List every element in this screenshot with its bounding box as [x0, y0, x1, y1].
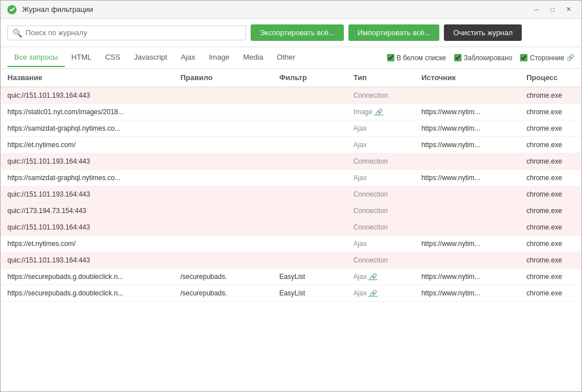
blocked-label: Заблокировано	[464, 54, 513, 62]
tab-css[interactable]: CSS	[98, 48, 127, 67]
filter-checkboxes: В белом списке Заблокировано Сторонние 🔗	[387, 54, 575, 62]
minimize-button[interactable]: ─	[529, 4, 544, 15]
cell-rule	[173, 203, 272, 219]
cell-rule	[173, 252, 272, 269]
table-row[interactable]: https://securepubads.g.doubleclick.n.../…	[1, 269, 581, 285]
table-header-row: Название Правило Фильтр Тип Источник Про…	[1, 69, 581, 87]
cell-source	[414, 219, 519, 236]
table-row[interactable]: https://samizdat-graphql.nytimes.co...Aj…	[1, 170, 581, 186]
cell-process: chrome.exe	[519, 236, 581, 252]
whitelist-label: В белом списке	[397, 54, 446, 62]
third-party-checkbox-item[interactable]: Сторонние 🔗	[520, 54, 575, 62]
tab-javascript[interactable]: Javascript	[127, 48, 174, 67]
main-window: Журнал фильтрации ─ □ ✕ 🔍 Экспортировать…	[0, 0, 582, 392]
cell-source: https://www.nytim...	[414, 104, 519, 120]
col-header-name: Название	[1, 69, 173, 87]
cell-name: quic://151.101.193.164:443	[1, 153, 173, 170]
cell-process: chrome.exe	[519, 285, 581, 302]
col-header-rule: Правило	[173, 69, 272, 87]
cell-process: chrome.exe	[519, 104, 581, 120]
cell-process: chrome.exe	[519, 87, 581, 104]
cell-rule	[173, 236, 272, 252]
table-row[interactable]: https://et.nytimes.com/Ajaxhttps://www.n…	[1, 236, 581, 252]
cell-source: https://www.nytim...	[414, 285, 519, 302]
cell-name: https://securepubads.g.doubleclick.n...	[1, 269, 173, 285]
tab-media[interactable]: Media	[236, 48, 270, 67]
col-header-source: Источник	[414, 69, 519, 87]
col-header-type: Тип	[347, 69, 415, 87]
cell-filter	[272, 236, 346, 252]
maximize-button[interactable]: □	[545, 4, 560, 15]
table-row[interactable]: quic://151.101.193.164:443Connectionchro…	[1, 219, 581, 236]
import-button[interactable]: Импортировать всё...	[348, 24, 440, 41]
title-bar: Журнал фильтрации ─ □ ✕	[1, 1, 581, 19]
type-link-icon[interactable]: 🔗	[368, 290, 377, 297]
third-party-link-icon[interactable]: 🔗	[567, 54, 575, 61]
col-header-filter: Фильтр	[272, 69, 346, 87]
cell-type: Connection	[347, 186, 415, 203]
tab-ajax[interactable]: Ajax	[174, 48, 202, 67]
tab-image[interactable]: Image	[202, 48, 236, 67]
tab-html[interactable]: HTML	[65, 48, 98, 67]
cell-source	[414, 203, 519, 219]
cell-name: https://et.nytimes.com/	[1, 236, 173, 252]
cell-type: Connection	[347, 252, 415, 269]
cell-name: quic://151.101.193.164:443	[1, 87, 173, 104]
whitelist-checkbox-item[interactable]: В белом списке	[387, 54, 446, 62]
window-controls: ─ □ ✕	[529, 4, 576, 15]
cell-name: https://static01.nyt.com/images/2018...	[1, 104, 173, 120]
cell-rule	[173, 104, 272, 120]
cell-type: Ajax 🔗	[347, 285, 415, 302]
blocked-checkbox[interactable]	[454, 54, 462, 61]
tab-all[interactable]: Все запросы	[7, 48, 65, 67]
table-row[interactable]: quic://173.194.73.154:443Connectionchrom…	[1, 203, 581, 219]
log-table-wrapper[interactable]: Название Правило Фильтр Тип Источник Про…	[1, 69, 581, 391]
app-logo	[6, 4, 18, 15]
table-row[interactable]: quic://151.101.193.164:443Connectionchro…	[1, 153, 581, 170]
cell-rule: /securepubads.	[173, 285, 272, 302]
cell-rule	[173, 87, 272, 104]
cell-filter	[272, 170, 346, 186]
cell-name: quic://151.101.193.164:443	[1, 186, 173, 203]
close-button[interactable]: ✕	[561, 4, 576, 15]
cell-type: Connection	[347, 219, 415, 236]
cell-filter	[272, 186, 346, 203]
search-input[interactable]	[26, 28, 241, 37]
blocked-checkbox-item[interactable]: Заблокировано	[454, 54, 513, 62]
cell-rule	[173, 186, 272, 203]
cell-filter	[272, 87, 346, 104]
type-link-icon[interactable]: 🔗	[373, 109, 383, 115]
cell-source	[414, 186, 519, 203]
third-party-label: Сторонние	[530, 54, 564, 62]
whitelist-checkbox[interactable]	[387, 54, 394, 61]
table-row[interactable]: quic://151.101.193.164:443Connectionchro…	[1, 252, 581, 269]
log-table: Название Правило Фильтр Тип Источник Про…	[1, 69, 581, 302]
cell-filter	[272, 203, 346, 219]
export-button[interactable]: Экспортировать всё...	[251, 24, 344, 41]
cell-process: chrome.exe	[519, 203, 581, 219]
cell-name: quic://151.101.193.164:443	[1, 252, 173, 269]
cell-source: https://www.nytim...	[414, 269, 519, 285]
cell-source: https://www.nytim...	[414, 170, 519, 186]
cell-filter	[272, 104, 346, 120]
clear-button[interactable]: Очистить журнал	[444, 24, 522, 41]
cell-source: https://www.nytim...	[414, 137, 519, 153]
cell-type: Ajax	[347, 236, 415, 252]
type-link-icon[interactable]: 🔗	[368, 273, 377, 280]
third-party-checkbox[interactable]	[520, 54, 527, 61]
table-row[interactable]: quic://151.101.193.164:443Connectionchro…	[1, 186, 581, 203]
tab-bar: Все запросы HTML CSS Javascript Ajax Ima…	[7, 48, 387, 67]
cell-source	[414, 87, 519, 104]
tab-other[interactable]: Other	[270, 48, 302, 67]
toolbar: 🔍 Экспортировать всё... Импортировать вс…	[1, 19, 581, 47]
cell-type: Ajax	[347, 170, 415, 186]
table-row[interactable]: https://static01.nyt.com/images/2018...I…	[1, 104, 581, 120]
cell-filter: EasyList	[272, 285, 346, 302]
table-row[interactable]: https://securepubads.g.doubleclick.n.../…	[1, 285, 581, 302]
cell-process: chrome.exe	[519, 269, 581, 285]
table-row[interactable]: https://samizdat-graphql.nytimes.co...Aj…	[1, 120, 581, 137]
table-row[interactable]: https://et.nytimes.com/Ajaxhttps://www.n…	[1, 137, 581, 153]
cell-process: chrome.exe	[519, 153, 581, 170]
cell-source	[414, 252, 519, 269]
table-row[interactable]: quic://151.101.193.164:443Connectionchro…	[1, 87, 581, 104]
